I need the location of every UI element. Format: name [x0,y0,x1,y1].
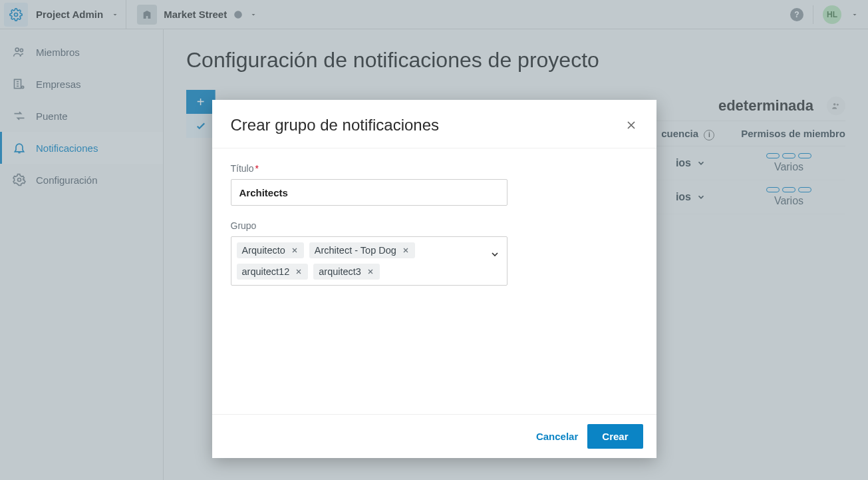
title-label: Título* [231,163,638,174]
modal-overlay: Crear grupo de notificaciones Título* Gr… [0,0,868,480]
group-chip: Arquitecto [237,242,304,258]
group-multiselect[interactable]: Arquitecto Architect - Top Dog arquitect… [231,236,507,286]
modal-title: Crear grupo de notificaciones [231,116,440,134]
create-button[interactable]: Crear [587,424,643,449]
group-label: Grupo [231,220,638,231]
chip-remove-icon[interactable] [366,268,374,276]
create-group-modal: Crear grupo de notificaciones Título* Gr… [212,100,656,458]
chip-remove-icon[interactable] [402,246,410,254]
chip-remove-icon[interactable] [295,268,303,276]
modal-body: Título* Grupo Arquitecto Architect - Top… [212,148,656,414]
group-chip: arquitect3 [313,264,380,280]
chip-label: Architect - Top Dog [315,245,396,256]
chip-label: arquitect3 [319,266,361,277]
group-chip: Architect - Top Dog [309,242,415,258]
cancel-button[interactable]: Cancelar [536,431,578,442]
chip-remove-icon[interactable] [291,246,299,254]
title-input[interactable] [231,179,507,206]
chip-label: Arquitecto [242,245,285,256]
modal-header: Crear grupo de notificaciones [212,100,656,148]
chip-label: arquitect12 [242,266,290,277]
modal-footer: Cancelar Crear [212,414,656,458]
group-chip: arquitect12 [237,264,309,280]
close-button[interactable] [625,119,638,132]
close-icon [625,119,638,132]
chevron-down-icon[interactable] [490,249,500,260]
